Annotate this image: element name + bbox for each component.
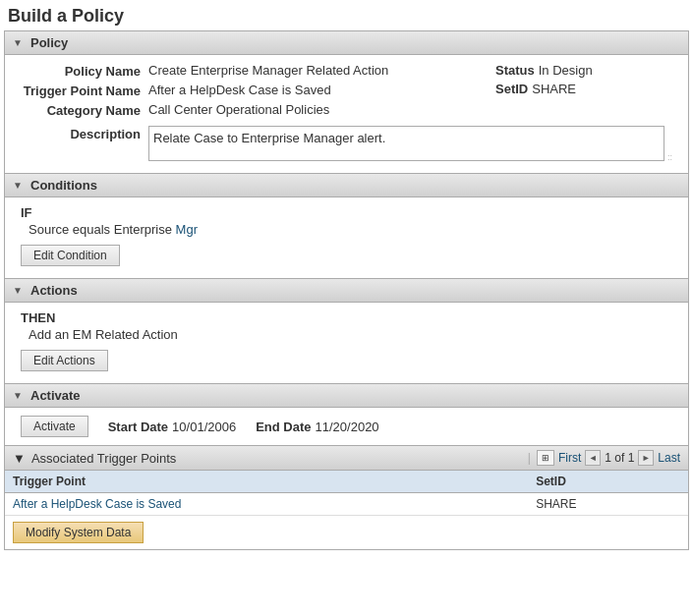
atp-table: Trigger Point SetID After a HelpDesk Cas… — [5, 471, 688, 516]
atp-table-header-row: Trigger Point SetID — [5, 471, 688, 493]
policy-name-row: Policy Name Create Enterprise Manager Re… — [21, 63, 495, 79]
actions-chevron-icon: ▼ — [13, 285, 25, 297]
end-date-group: End Date 11/20/2020 — [256, 420, 378, 434]
actions-section: ▼ Actions THEN Add an EM Related Action … — [5, 279, 688, 384]
trigger-point-row: Trigger Point Name After a HelpDesk Case… — [21, 83, 495, 98]
start-date-value: 10/01/2006 — [172, 420, 236, 434]
policy-left: Policy Name Create Enterprise Manager Re… — [21, 63, 495, 122]
conditions-body: IF Source equals Enterprise Mgr Edit Con… — [5, 197, 688, 278]
atp-setid-cell: SHARE — [528, 493, 688, 516]
atp-col-trigger-point: Trigger Point — [5, 471, 528, 493]
description-row: Description Relate Case to Enterprise Ma… — [21, 126, 672, 161]
atp-header-left: ▼ Associated Trigger Points — [13, 451, 176, 466]
atp-nav: | ⊞ First ◄ 1 of 1 ► Last — [526, 450, 680, 466]
policy-right: Status In Design SetID SHARE — [495, 63, 672, 122]
policy-chevron-icon: ▼ — [13, 37, 25, 49]
last-link[interactable]: Last — [658, 451, 680, 465]
conditions-section-label: Conditions — [30, 178, 97, 193]
page-title: Build a Policy — [0, 0, 693, 30]
status-row: Status In Design — [495, 63, 672, 78]
then-label: THEN — [21, 310, 672, 325]
resize-handle-icon: :: — [664, 153, 672, 161]
atp-col-setid: SetID — [528, 471, 688, 493]
policy-name-value: Create Enterprise Manager Related Action — [148, 63, 495, 78]
start-date-label: Start Date — [108, 420, 168, 434]
activate-chevron-icon: ▼ — [13, 390, 25, 402]
conditions-section-header: ▼ Conditions — [5, 174, 688, 197]
first-link[interactable]: First — [558, 451, 581, 465]
setid-value: SHARE — [532, 82, 576, 96]
activate-body: Activate Start Date 10/01/2006 End Date … — [5, 408, 688, 445]
actions-section-header: ▼ Actions — [5, 279, 688, 303]
next-nav-button[interactable]: ► — [638, 450, 654, 466]
policy-section: ▼ Policy Policy Name Create Enterprise M… — [5, 31, 688, 174]
condition-text: Source equals Enterprise Mgr — [29, 222, 672, 237]
atp-trigger-point-link[interactable]: After a HelpDesk Case is Saved — [13, 497, 181, 511]
atp-table-head: Trigger Point SetID — [5, 471, 688, 493]
trigger-point-label: Trigger Point Name — [21, 83, 148, 98]
category-value: Call Center Operational Policies — [148, 102, 495, 117]
description-label: Description — [21, 126, 148, 141]
description-value: Relate Case to Enterprise Manager alert. — [148, 126, 664, 161]
atp-table-body: After a HelpDesk Case is SavedSHARE — [5, 493, 688, 516]
status-value: In Design — [539, 63, 593, 78]
actions-section-label: Actions — [30, 283, 78, 298]
policy-section-label: Policy — [30, 35, 68, 50]
setid-label: SetID — [495, 82, 528, 96]
atp-chevron-icon: ▼ — [13, 451, 26, 466]
activate-button[interactable]: Activate — [21, 416, 88, 437]
activate-section-header: ▼ Activate — [5, 384, 688, 408]
edit-condition-button[interactable]: Edit Condition — [21, 245, 120, 266]
conditions-section: ▼ Conditions IF Source equals Enterprise… — [5, 174, 688, 279]
activate-section-label: Activate — [30, 388, 81, 403]
policy-top-row: Policy Name Create Enterprise Manager Re… — [21, 63, 672, 122]
atp-trigger-point-cell: After a HelpDesk Case is Saved — [5, 493, 528, 516]
pipe-separator: | — [528, 451, 531, 465]
table-row: After a HelpDesk Case is SavedSHARE — [5, 493, 688, 516]
main-container: ▼ Policy Policy Name Create Enterprise M… — [4, 30, 689, 550]
end-date-label: End Date — [256, 420, 311, 434]
setid-row: SetID SHARE — [495, 82, 672, 96]
conditions-chevron-icon: ▼ — [13, 180, 25, 192]
category-row: Category Name Call Center Operational Po… — [21, 102, 495, 118]
description-wrapper: Relate Case to Enterprise Manager alert.… — [148, 126, 672, 161]
atp-section: ▼ Associated Trigger Points | ⊞ First ◄ … — [5, 446, 688, 549]
export-icon[interactable]: ⊞ — [537, 450, 554, 466]
policy-section-header: ▼ Policy — [5, 31, 688, 55]
atp-section-label: Associated Trigger Points — [31, 451, 176, 466]
category-label: Category Name — [21, 102, 148, 118]
actions-body: THEN Add an EM Related Action Edit Actio… — [5, 303, 688, 383]
edit-actions-button[interactable]: Edit Actions — [21, 350, 108, 371]
atp-footer: Modify System Data — [5, 516, 688, 549]
trigger-point-value: After a HelpDesk Case is Saved — [148, 83, 495, 97]
end-date-value: 11/20/2020 — [316, 420, 379, 434]
activate-section: ▼ Activate Activate Start Date 10/01/200… — [5, 384, 688, 446]
modify-system-data-button[interactable]: Modify System Data — [13, 522, 144, 543]
start-date-group: Start Date 10/01/2006 — [108, 420, 237, 434]
atp-section-header: ▼ Associated Trigger Points | ⊞ First ◄ … — [5, 446, 688, 471]
if-label: IF — [21, 205, 672, 220]
policy-body: Policy Name Create Enterprise Manager Re… — [5, 55, 688, 173]
prev-nav-button[interactable]: ◄ — [585, 450, 601, 466]
condition-prefix: Source equals Enterprise — [29, 222, 176, 237]
action-text: Add an EM Related Action — [29, 327, 672, 342]
status-label: Status — [495, 63, 535, 78]
condition-mgr-link[interactable]: Mgr — [176, 222, 198, 237]
page-info: 1 of 1 — [605, 451, 634, 465]
policy-name-label: Policy Name — [21, 63, 148, 79]
